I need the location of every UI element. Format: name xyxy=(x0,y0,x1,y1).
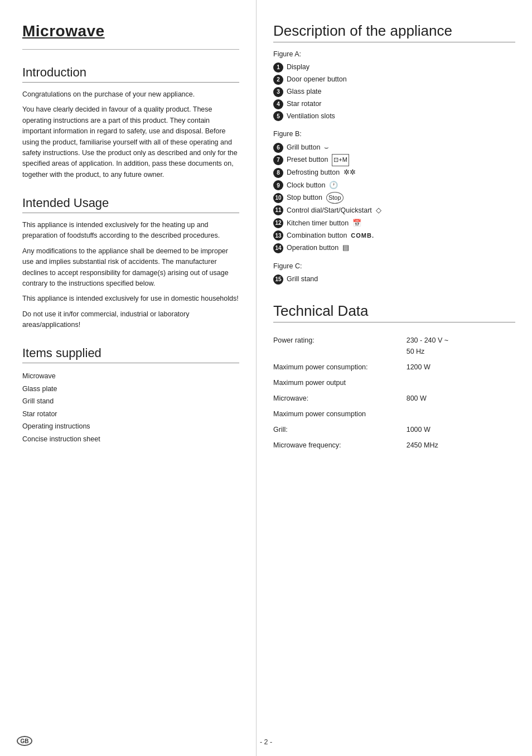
tech-label: Microwave: xyxy=(273,391,407,406)
intended-paragraph-2: Any modifications to the appliance shall… xyxy=(22,246,239,290)
item-number: 7 xyxy=(273,155,283,165)
figure-c-list: 15 Grill stand xyxy=(273,273,515,286)
intended-usage-heading: Intended Usage xyxy=(22,196,239,213)
comb-icon: COMB. xyxy=(351,230,374,241)
list-item: Grill stand xyxy=(22,395,239,408)
list-item: 3 Glass plate xyxy=(273,86,515,98)
list-item: 11 Control dial/Start/Quickstart ◇ xyxy=(273,204,515,217)
technical-data-heading: Technical Data xyxy=(273,302,515,322)
item-number: 10 xyxy=(273,193,283,203)
item-text: Grill button ⌣ xyxy=(287,141,329,154)
item-text: Stop button Stop xyxy=(287,192,344,204)
item-text: Control dial/Start/Quickstart ◇ xyxy=(287,204,381,217)
list-item: Concise instruction sheet xyxy=(22,433,239,446)
item-number: 2 xyxy=(273,75,283,85)
intended-paragraph-3: This appliance is intended exclusively f… xyxy=(22,293,239,304)
item-number: 14 xyxy=(273,243,283,253)
intro-paragraph-1: Congratulations on the purchase of your … xyxy=(22,89,239,100)
tech-label: Maximum power output xyxy=(273,375,407,391)
operation-icon: ▤ xyxy=(342,242,349,254)
tech-value: 2450 MHz xyxy=(407,437,515,453)
table-row: Power rating: 230 - 240 V ~50 Hz xyxy=(273,333,515,359)
item-text: Grill stand xyxy=(287,273,318,286)
list-item: 6 Grill button ⌣ xyxy=(273,141,515,154)
list-item: 8 Defrosting button ✲✲ xyxy=(273,166,515,179)
list-item: Star rotator xyxy=(22,408,239,421)
defrost-icon: ✲✲ xyxy=(344,166,356,179)
figure-a-label: Figure A: xyxy=(273,50,515,58)
tech-label: Microwave frequency: xyxy=(273,437,407,453)
timer-icon: 📅 xyxy=(352,217,361,230)
table-row: Maximum power consumption xyxy=(273,406,515,422)
figure-b-list: 6 Grill button ⌣ 7 Preset button ⊡+M 8 D… xyxy=(273,141,515,254)
tech-value: 800 W xyxy=(407,391,515,406)
list-item: 5 Ventilation slots xyxy=(273,110,515,123)
list-item: Operating instructions xyxy=(22,420,239,433)
item-number: 12 xyxy=(273,218,283,228)
item-number: 11 xyxy=(273,205,283,215)
item-number: 13 xyxy=(273,230,283,240)
list-item: 12 Kitchen timer button 📅 xyxy=(273,217,515,230)
item-text: Preset button ⊡+M xyxy=(287,154,349,166)
list-item: 10 Stop button Stop xyxy=(273,192,515,204)
intended-paragraph-4: Do not use it in/for commercial, industr… xyxy=(22,309,239,331)
technical-data-table: Power rating: 230 - 240 V ~50 Hz Maximum… xyxy=(273,333,515,453)
dial-icon: ◇ xyxy=(376,204,381,217)
tech-label: Power rating: xyxy=(273,333,407,359)
tech-value: 1200 W xyxy=(407,359,515,375)
tech-label: Maximum power consumption xyxy=(273,406,407,422)
intended-paragraph-1: This appliance is intended exclusively f… xyxy=(22,220,239,242)
left-column: Microwave Introduction Congratulations o… xyxy=(0,0,257,756)
figure-a-list: 1 Display 2 Door opener button 3 Glass p… xyxy=(273,61,515,122)
list-item: 2 Door opener button xyxy=(273,74,515,86)
right-column: Description of the appliance Figure A: 1… xyxy=(257,0,532,756)
introduction-heading: Introduction xyxy=(22,65,239,83)
clock-icon: 🕐 xyxy=(329,179,338,192)
list-item: 15 Grill stand xyxy=(273,273,515,286)
list-item: Microwave xyxy=(22,370,239,383)
item-text: Defrosting button ✲✲ xyxy=(287,166,356,179)
item-number: 9 xyxy=(273,180,283,190)
item-text: Combination button COMB. xyxy=(287,230,374,242)
list-item: 14 Operation button ▤ xyxy=(273,242,515,254)
item-text: Clock button 🕐 xyxy=(287,179,338,192)
item-text: Display xyxy=(287,61,309,74)
tech-label: Grill: xyxy=(273,422,407,437)
item-text: Kitchen timer button 📅 xyxy=(287,217,361,230)
list-item: Glass plate xyxy=(22,383,239,396)
item-number: 3 xyxy=(273,87,283,97)
item-text: Glass plate xyxy=(287,86,322,98)
tech-value: 230 - 240 V ~50 Hz xyxy=(407,333,515,359)
item-number: 1 xyxy=(273,62,283,73)
tech-label: Maximum power consumption: xyxy=(273,359,407,375)
grill-icon: ⌣ xyxy=(324,141,329,154)
description-heading: Description of the appliance xyxy=(273,22,515,42)
list-item: 7 Preset button ⊡+M xyxy=(273,154,515,166)
tech-value xyxy=(407,406,515,422)
figure-b-label: Figure B: xyxy=(273,130,515,138)
page-number: - 2 - xyxy=(0,738,532,746)
item-number: 4 xyxy=(273,99,283,109)
items-supplied-list: Microwave Glass plate Grill stand Star r… xyxy=(22,370,239,445)
item-text: Operation button ▤ xyxy=(287,242,349,254)
item-text: Star rotator xyxy=(287,98,322,110)
page: Microwave Introduction Congratulations o… xyxy=(0,0,532,756)
table-row: Maximum power output xyxy=(273,375,515,391)
item-number: 5 xyxy=(273,111,283,121)
table-row: Microwave: 800 W xyxy=(273,391,515,406)
item-text: Door opener button xyxy=(287,74,347,86)
list-item: 1 Display xyxy=(273,61,515,74)
list-item: 4 Star rotator xyxy=(273,98,515,110)
page-title: Microwave xyxy=(22,22,239,40)
table-row: Microwave frequency: 2450 MHz xyxy=(273,437,515,453)
list-item: 9 Clock button 🕐 xyxy=(273,179,515,192)
figure-c-label: Figure C: xyxy=(273,262,515,270)
items-supplied-heading: Items supplied xyxy=(22,346,239,363)
stop-icon: Stop xyxy=(326,192,344,204)
table-row: Grill: 1000 W xyxy=(273,422,515,437)
intro-paragraph-2: You have clearly decided in favour of a … xyxy=(22,104,239,180)
tech-value xyxy=(407,375,515,391)
item-number: 6 xyxy=(273,143,283,153)
item-text: Ventilation slots xyxy=(287,110,335,123)
item-number: 15 xyxy=(273,275,283,285)
